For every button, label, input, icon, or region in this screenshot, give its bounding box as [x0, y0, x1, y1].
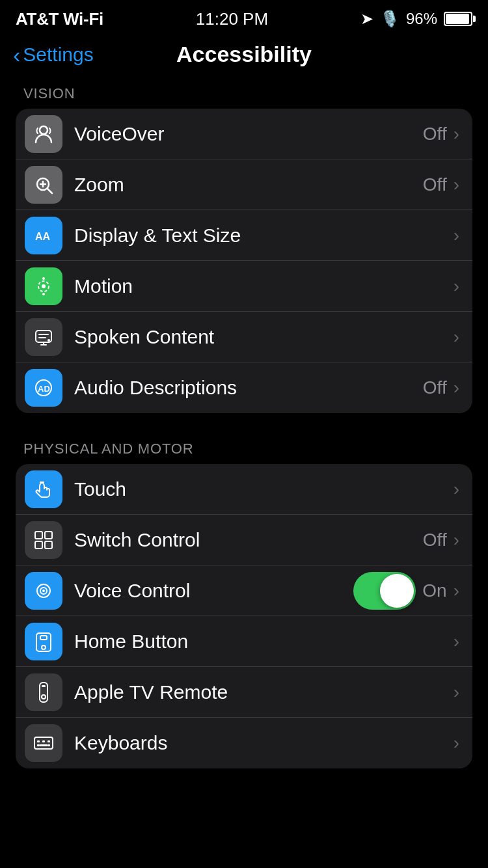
switch-control-icon — [25, 521, 62, 559]
status-bar: AT&T Wi-Fi 11:20 PM ➤ 🎙️ 96% — [0, 0, 488, 35]
svg-rect-25 — [37, 740, 40, 742]
home-button-icon — [25, 623, 62, 660]
svg-rect-11 — [35, 532, 42, 539]
touch-icon — [25, 470, 62, 508]
voice-control-icon — [25, 572, 62, 610]
voice-control-label: Voice Control — [74, 580, 353, 602]
switch-control-value: Off — [423, 530, 447, 550]
battery-icon — [444, 12, 472, 26]
spoken-content-row[interactable]: Spoken Content › — [16, 312, 472, 362]
svg-rect-30 — [47, 744, 50, 746]
toggle-knob — [380, 574, 414, 608]
page-title: Accessibility — [176, 42, 312, 67]
apple-tv-remote-label: Apple TV Remote — [74, 681, 454, 703]
svg-point-22 — [42, 695, 46, 699]
display-text-size-row[interactable]: AA Display & Text Size › — [16, 210, 472, 261]
svg-rect-20 — [40, 636, 47, 640]
spoken-content-icon — [25, 318, 62, 356]
voice-control-chevron: › — [454, 580, 459, 601]
zoom-icon — [25, 166, 62, 204]
home-button-chevron: › — [454, 631, 459, 652]
svg-rect-12 — [45, 532, 52, 539]
battery-percent: 96% — [406, 10, 437, 28]
back-button[interactable]: ‹ Settings — [13, 44, 94, 66]
keyboards-label: Keyboards — [74, 732, 454, 754]
zoom-value: Off — [423, 174, 447, 195]
svg-point-5 — [42, 277, 45, 280]
audio-descriptions-value: Off — [423, 377, 447, 398]
battery-fill — [446, 14, 469, 24]
back-label: Settings — [23, 44, 93, 66]
voice-control-toggle-container — [353, 572, 416, 610]
svg-rect-13 — [35, 541, 42, 549]
svg-point-17 — [42, 590, 45, 592]
motion-icon — [25, 267, 62, 305]
touch-chevron: › — [454, 479, 459, 500]
svg-rect-24 — [34, 737, 53, 749]
svg-rect-31 — [40, 744, 47, 746]
physical-section-header: PHYSICAL AND MOTOR — [0, 433, 488, 464]
switch-control-row[interactable]: Switch Control Off › — [16, 515, 472, 565]
display-text-size-icon: AA — [25, 217, 62, 254]
svg-point-8 — [47, 339, 50, 342]
svg-rect-26 — [42, 740, 45, 742]
svg-point-0 — [40, 126, 47, 134]
svg-point-19 — [42, 645, 46, 649]
keyboards-icon — [25, 724, 62, 762]
apple-tv-remote-row[interactable]: Apple TV Remote › — [16, 667, 472, 718]
home-button-label: Home Button — [74, 631, 454, 653]
audio-descriptions-icon: AD — [25, 369, 62, 407]
switch-control-chevron: › — [454, 530, 459, 550]
motion-label: Motion — [74, 275, 454, 297]
keyboards-row[interactable]: Keyboards › — [16, 718, 472, 768]
voiceover-chevron: › — [454, 124, 459, 144]
apple-tv-remote-icon — [25, 673, 62, 711]
svg-rect-28 — [37, 744, 40, 746]
display-text-size-label: Display & Text Size — [74, 224, 454, 247]
time-text: 11:20 PM — [196, 9, 268, 29]
motion-chevron: › — [454, 276, 459, 297]
voiceover-row[interactable]: VoiceOver Off › — [16, 109, 472, 159]
voiceover-label: VoiceOver — [74, 123, 423, 145]
audio-descriptions-label: Audio Descriptions — [74, 377, 423, 399]
switch-control-label: Switch Control — [74, 529, 423, 551]
zoom-row[interactable]: Zoom Off › — [16, 159, 472, 210]
audio-descriptions-row[interactable]: AD Audio Descriptions Off › — [16, 362, 472, 413]
spoken-content-chevron: › — [454, 327, 459, 347]
svg-rect-14 — [45, 541, 52, 549]
voiceover-value: Off — [423, 124, 447, 144]
voice-control-row[interactable]: Voice Control On › — [16, 565, 472, 616]
nav-bar: ‹ Settings Accessibility — [0, 35, 488, 77]
zoom-label: Zoom — [74, 174, 423, 196]
touch-row[interactable]: Touch › — [16, 464, 472, 515]
svg-text:AA: AA — [35, 231, 51, 242]
keyboards-chevron: › — [454, 733, 459, 753]
mic-mute-icon: 🎙️ — [380, 10, 400, 28]
touch-label: Touch — [74, 478, 454, 500]
zoom-chevron: › — [454, 174, 459, 195]
svg-rect-27 — [47, 740, 50, 742]
home-button-row[interactable]: Home Button › — [16, 616, 472, 667]
svg-point-6 — [42, 293, 45, 295]
voice-control-value: On — [422, 580, 446, 601]
voiceover-icon — [25, 115, 62, 153]
back-chevron-icon: ‹ — [13, 44, 20, 66]
status-right: ➤ 🎙️ 96% — [360, 10, 472, 28]
carrier-text: AT&T Wi-Fi — [16, 9, 103, 29]
apple-tv-remote-chevron: › — [454, 682, 459, 703]
audio-descriptions-chevron: › — [454, 377, 459, 398]
spoken-content-label: Spoken Content — [74, 326, 454, 348]
voice-control-toggle[interactable] — [353, 572, 416, 610]
location-icon: ➤ — [360, 10, 373, 28]
physical-settings-group: Touch › Switch Control Off › Voice Contr… — [16, 464, 472, 768]
svg-point-4 — [42, 284, 46, 288]
svg-text:AD: AD — [38, 384, 50, 394]
svg-rect-23 — [42, 685, 46, 687]
motion-row[interactable]: Motion › — [16, 261, 472, 312]
display-text-size-chevron: › — [454, 225, 459, 246]
vision-settings-group: VoiceOver Off › Zoom Off › AA Display & … — [16, 109, 472, 413]
vision-section-header: VISION — [0, 77, 488, 109]
